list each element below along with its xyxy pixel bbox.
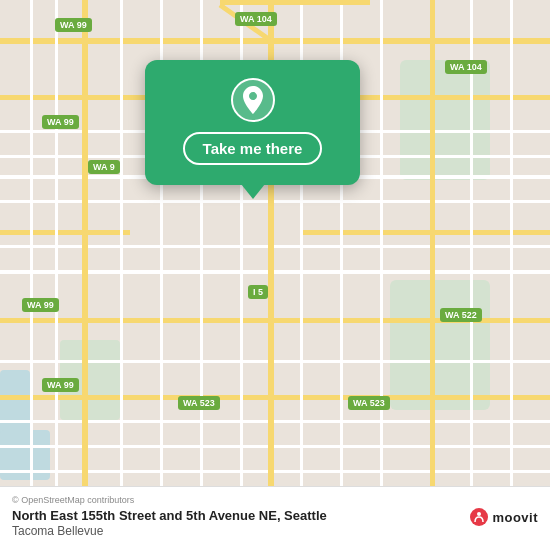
road-badge-wa99-1: WA 99 <box>55 18 92 32</box>
take-me-there-button[interactable]: Take me there <box>183 132 323 165</box>
svg-rect-35 <box>470 0 473 510</box>
road-badge-wa522: WA 522 <box>440 308 482 322</box>
svg-rect-34 <box>380 0 383 510</box>
address-line-2: Tacoma Bellevue <box>12 524 460 540</box>
road-badge-i5: I 5 <box>248 285 268 299</box>
svg-rect-36 <box>510 0 513 510</box>
svg-rect-25 <box>430 0 435 510</box>
road-badge-wa104-2: WA 104 <box>445 60 487 74</box>
moovit-dot-icon <box>470 508 488 526</box>
location-pin-icon <box>231 78 275 122</box>
moovit-person-icon <box>473 511 485 523</box>
road-badge-wa9: WA 9 <box>88 160 120 174</box>
svg-rect-10 <box>0 230 130 235</box>
svg-rect-28 <box>120 0 123 510</box>
svg-rect-37 <box>220 0 370 5</box>
osm-attribution: © OpenStreetMap contributors <box>12 495 460 505</box>
moovit-text: moovit <box>492 510 538 525</box>
map-container: WA 99 WA 104 WA 104 WA 99 WA 9 WA 99 I 5… <box>0 0 550 550</box>
road-badge-wa99-2: WA 99 <box>42 115 79 129</box>
bottom-bar: © OpenStreetMap contributors North East … <box>0 486 550 550</box>
road-badge-wa99-3: WA 99 <box>22 298 59 312</box>
svg-rect-26 <box>30 0 33 510</box>
svg-point-40 <box>477 512 481 516</box>
svg-rect-23 <box>82 0 88 510</box>
moovit-logo: moovit <box>470 508 538 526</box>
road-badge-wa104-1: WA 104 <box>235 12 277 26</box>
address-line-1: North East 155th Street and 5th Avenue N… <box>12 508 460 525</box>
road-badge-wa523-1: WA 523 <box>178 396 220 410</box>
map-popup: Take me there <box>145 60 360 185</box>
svg-rect-27 <box>55 0 58 510</box>
road-badge-wa99-4: WA 99 <box>42 378 79 392</box>
bottom-bar-text: © OpenStreetMap contributors North East … <box>12 495 460 540</box>
road-badge-wa523-2: WA 523 <box>348 396 390 410</box>
